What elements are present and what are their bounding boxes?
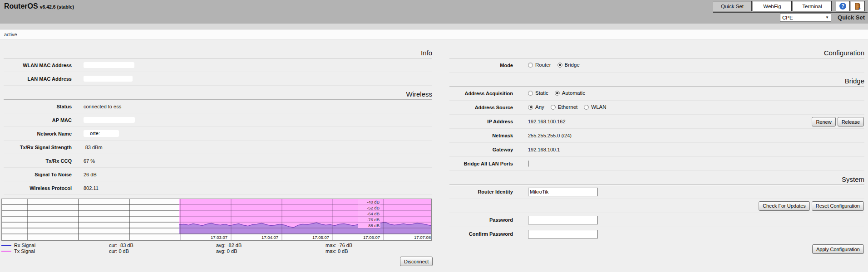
legend-avg-value: avg: -82 dB: [216, 243, 242, 248]
field-row-signal-to-noise: Signal To Noise26 dB: [4, 168, 432, 181]
field-row-wireless-protocol: Wireless Protocol802.11: [4, 181, 432, 195]
router-identity-input[interactable]: [528, 188, 598, 196]
door-exit-icon: [854, 3, 861, 10]
radio-option-wlan[interactable]: WLAN: [584, 104, 606, 110]
field-value: 67 %: [84, 158, 95, 164]
svg-text:17:05:07: 17:05:07: [312, 235, 329, 240]
wireless-section: Statusconnected to essAP MACNetwork Name…: [4, 100, 432, 195]
confirm-password-input[interactable]: [528, 230, 598, 238]
field-label: Signal To Noise: [4, 172, 72, 177]
svg-text:17:04:07: 17:04:07: [261, 235, 278, 240]
field-label: Address Acquisition: [449, 91, 513, 96]
radio-button-icon[interactable]: [551, 105, 556, 110]
svg-text:17:06:07: 17:06:07: [363, 235, 380, 240]
field-label: WLAN MAC Address: [4, 63, 72, 68]
legend-entry-tx-signal: Tx Signalcur: 0 dBavg: 0 dBmax: 0 dB: [1, 248, 432, 254]
chevron-down-icon: ▼: [825, 15, 829, 19]
radio-label: Ethernet: [558, 104, 577, 110]
field-row-status: Statusconnected to ess: [4, 100, 432, 113]
field-label: Mode: [449, 63, 513, 68]
radio-button-icon[interactable]: [557, 63, 562, 68]
field-label: Tx/Rx CCQ: [4, 158, 72, 164]
field-value: orte:: [84, 130, 119, 137]
field-value: [528, 188, 598, 196]
tab-webfig[interactable]: WebFig: [753, 1, 792, 11]
field-value: StaticAutomatic: [528, 90, 592, 97]
redacted-value: orte:: [84, 130, 119, 137]
field-value: 26 dB: [84, 172, 97, 177]
legend-series-name: Tx Signal: [1, 248, 35, 254]
configuration-panel: Configuration ModeRouterBridge Bridge Ad…: [449, 42, 864, 254]
legend-cur-value: cur: 0 dB: [109, 248, 129, 254]
field-row-lan-mac-address: LAN MAC Address: [4, 72, 432, 86]
redacted-value: [84, 62, 134, 68]
field-label: Address Source: [449, 105, 513, 110]
disconnect-button[interactable]: Disconnect: [400, 257, 433, 266]
field-value: -83 dBm: [84, 145, 103, 150]
radio-option-bridge[interactable]: Bridge: [557, 62, 580, 68]
password-input[interactable]: [528, 216, 598, 224]
brand-version: v6.42.6 (stable): [40, 4, 74, 10]
section-header-bridge: Bridge: [449, 73, 864, 87]
legend-series-name: Rx Signal: [1, 243, 35, 248]
field-value: [84, 117, 135, 123]
field-row-confirm-password: Confirm Password: [449, 227, 864, 241]
field-row-netmask: Netmask255.255.255.0 (/24): [449, 129, 864, 143]
logout-button[interactable]: [851, 1, 865, 11]
svg-text:17:07:08: 17:07:08: [414, 235, 431, 240]
graph-legend: Rx Signalcur: -83 dBavg: -82 dBmax: -76 …: [1, 243, 432, 255]
tab-terminal[interactable]: Terminal: [793, 1, 832, 11]
radio-option-any[interactable]: Any: [528, 104, 544, 110]
release-button[interactable]: Release: [838, 117, 864, 126]
help-button[interactable]: ?: [836, 1, 850, 11]
field-row-mode: ModeRouterBridge: [449, 58, 864, 73]
svg-text:17:03:07: 17:03:07: [211, 235, 227, 240]
field-row-address-source: Address SourceAnyEthernetWLAN: [449, 101, 864, 115]
left-separator: [0, 255, 432, 255]
radio-option-static[interactable]: Static: [528, 90, 548, 96]
radio-option-ethernet[interactable]: Ethernet: [551, 104, 577, 110]
field-label: Netmask: [449, 133, 513, 138]
quickset-mode-select[interactable]: CPE ▼: [780, 13, 831, 22]
field-row-bridge-all-lan-ports: Bridge All LAN Ports: [449, 157, 864, 171]
info-wireless-panel: Info WLAN MAC AddressLAN MAC Address Wir…: [4, 42, 432, 195]
radio-button-icon[interactable]: [528, 91, 533, 96]
brand: RouterOSv6.42.6 (stable): [4, 2, 74, 10]
field-value: [84, 62, 134, 68]
field-label: AP MAC: [4, 117, 72, 123]
bridge-all-lan-ports-checkbox[interactable]: [528, 160, 529, 167]
legend-swatch-icon: [1, 251, 11, 252]
field-row-ip-address: IP Address192.168.100.162RenewRelease: [449, 115, 864, 129]
page-title: Quick Set: [838, 14, 865, 21]
check-for-updates-button[interactable]: Check For Updates: [759, 201, 810, 211]
legend-cur-value: cur: -83 dB: [109, 243, 133, 248]
signal-strength-graph: -40 dB-52 dB-64 dB-76 dB-88 dB17:03:0717…: [1, 199, 432, 241]
apply-configuration-button[interactable]: Apply Configuration: [812, 244, 864, 254]
radio-label: WLAN: [591, 104, 606, 110]
field-value: AnyEthernetWLAN: [528, 104, 613, 111]
section-header-configuration: Configuration: [449, 42, 864, 58]
status-text: active: [4, 32, 17, 37]
legend-swatch-icon: [1, 245, 11, 246]
field-label: Wireless Protocol: [4, 185, 72, 191]
info-section: WLAN MAC AddressLAN MAC Address: [4, 58, 432, 86]
field-label: Router Identity: [449, 189, 513, 194]
action-buttons-row: Check For UpdatesReset Configuration: [449, 199, 864, 213]
field-row-wlan-mac-address: WLAN MAC Address: [4, 58, 432, 72]
radio-option-automatic[interactable]: Automatic: [555, 90, 585, 96]
field-label: Confirm Password: [449, 231, 513, 237]
radio-button-icon[interactable]: [528, 63, 533, 68]
field-value: 802.11: [84, 185, 99, 191]
question-mark-icon: ?: [839, 3, 846, 10]
radio-label: Any: [535, 104, 544, 110]
radio-button-icon[interactable]: [555, 91, 560, 96]
radio-button-icon[interactable]: [528, 105, 533, 110]
tab-quick-set[interactable]: Quick Set: [713, 1, 752, 11]
field-value: 255.255.255.0 (/24): [528, 133, 572, 138]
radio-option-router[interactable]: Router: [528, 62, 551, 68]
reset-configuration-button[interactable]: Reset Configuration: [812, 201, 864, 211]
renew-button[interactable]: Renew: [812, 117, 835, 126]
field-label: Tx/Rx Signal Strength: [4, 145, 72, 150]
radio-label: Router: [535, 62, 551, 68]
radio-button-icon[interactable]: [584, 105, 589, 110]
